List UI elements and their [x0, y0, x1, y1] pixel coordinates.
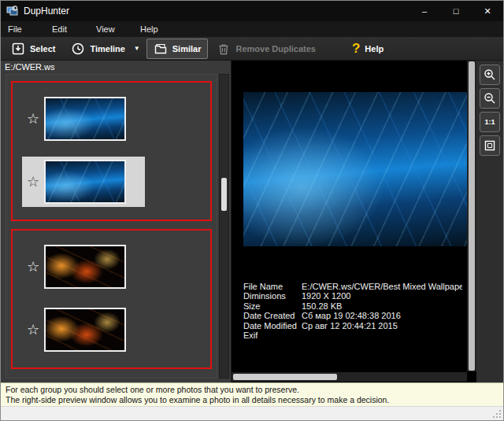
app-icon: [6, 5, 19, 17]
scrollbar-thumb[interactable]: [221, 178, 227, 211]
menu-edit[interactable]: Edit: [45, 24, 89, 34]
groups-list: ☆ ☆ ☆ ☆: [6, 74, 217, 379]
duplicate-group-2: ☆ ☆: [11, 229, 212, 369]
photo-thumbnail[interactable]: [44, 160, 126, 204]
photo-thumbnail[interactable]: [44, 245, 126, 289]
resize-grip[interactable]: [491, 408, 502, 419]
info-value: 1920 X 1200: [302, 291, 462, 301]
similar-button[interactable]: Similar: [146, 39, 209, 59]
folder-path: E:/CWER.ws: [5, 62, 231, 73]
info-value: Сб мар 19 02:48:38 2016: [302, 311, 462, 320]
photo-item[interactable]: ☆: [22, 242, 145, 292]
info-value: Ср авг 12 20:44:21 2015: [302, 321, 462, 331]
remove-duplicates-button[interactable]: Remove Duplicates: [209, 39, 322, 59]
photo-item-selected[interactable]: ☆: [22, 157, 145, 207]
star-icon[interactable]: ☆: [27, 175, 44, 189]
info-value: [302, 331, 462, 340]
groups-scrollbar[interactable]: [219, 74, 229, 379]
minimize-button[interactable]: –: [409, 1, 440, 21]
titlebar: DupHunter – □ ✕: [1, 1, 503, 21]
zoom-toolbar: 1:1: [476, 61, 503, 382]
window-controls: – □ ✕: [409, 1, 503, 21]
info-label: File Name: [243, 282, 302, 291]
preview-horizontal-scrollbar[interactable]: [232, 372, 467, 382]
photo-item[interactable]: ☆: [22, 305, 145, 355]
info-value: E:/CWER.ws/CWER/Best Mixed Wallpapers Pa…: [302, 282, 462, 291]
main-toolbar: Select Timeline ▼ Similar Remove Duplica…: [1, 37, 503, 61]
preview-panel: File NameE:/CWER.ws/CWER/Best Mixed Wall…: [231, 61, 476, 382]
timeline-button[interactable]: Timeline: [64, 39, 132, 59]
info-label: Date Created: [243, 311, 302, 320]
scrollbar-thumb[interactable]: [469, 61, 475, 371]
folder-icon: [154, 42, 168, 56]
status-bar: For each group you should select one or …: [1, 382, 503, 406]
select-label: Select: [30, 44, 55, 54]
scrollbar-thumb[interactable]: [233, 374, 337, 380]
help-label: Help: [365, 44, 384, 54]
menu-file[interactable]: File: [1, 24, 45, 34]
menubar: File Edit View Help: [1, 21, 503, 37]
info-label: Exif: [243, 331, 302, 340]
duplicate-groups-panel: E:/CWER.ws ☆ ☆ ☆: [1, 61, 231, 382]
fit-to-window-icon: [484, 139, 496, 152]
file-info: File NameE:/CWER.ws/CWER/Best Mixed Wall…: [243, 282, 462, 340]
zoom-in-button[interactable]: [480, 65, 500, 85]
zoom-fit-button[interactable]: [480, 135, 500, 156]
app-window: DupHunter – □ ✕ File Edit View Help Sele…: [0, 0, 504, 421]
star-icon[interactable]: ☆: [27, 260, 44, 274]
one-to-one-icon: 1:1: [484, 118, 495, 126]
select-button[interactable]: Select: [4, 39, 62, 59]
main-area: E:/CWER.ws ☆ ☆ ☆: [1, 61, 503, 382]
maximize-button[interactable]: □: [440, 1, 472, 21]
zoom-in-icon: [484, 68, 496, 81]
status-line-2: The right-side preview window allows you…: [6, 395, 498, 405]
trash-icon: [217, 42, 231, 56]
help-button[interactable]: ? Help: [345, 39, 391, 59]
photo-item[interactable]: ☆: [22, 94, 145, 144]
info-label: Size: [243, 301, 302, 311]
menu-help[interactable]: Help: [133, 24, 177, 34]
window-title: DupHunter: [24, 6, 69, 17]
window-bottom-edge: [1, 406, 503, 420]
timeline-label: Timeline: [90, 44, 124, 54]
status-line-1: For each group you should select one or …: [6, 385, 498, 395]
close-button[interactable]: ✕: [472, 1, 503, 21]
clock-icon: [71, 42, 85, 56]
select-icon: [11, 42, 25, 56]
zoom-out-icon: [484, 92, 496, 105]
similar-label: Similar: [172, 44, 202, 54]
zoom-out-button[interactable]: [480, 88, 500, 109]
menu-view[interactable]: View: [89, 24, 133, 34]
zoom-actual-size-button[interactable]: 1:1: [480, 112, 500, 132]
remove-duplicates-label: Remove Duplicates: [235, 44, 315, 54]
timeline-dropdown-arrow[interactable]: ▼: [134, 39, 145, 59]
preview-image[interactable]: [243, 92, 470, 246]
duplicate-group-1: ☆ ☆: [11, 81, 212, 221]
photo-thumbnail[interactable]: [44, 97, 126, 141]
star-icon[interactable]: ☆: [27, 112, 44, 126]
info-label: Diminsions: [243, 291, 302, 301]
preview-vertical-scrollbar[interactable]: [467, 61, 476, 371]
help-icon: ?: [352, 42, 360, 55]
info-value: 150.28 KB: [302, 301, 462, 311]
star-icon[interactable]: ☆: [27, 323, 44, 337]
photo-thumbnail[interactable]: [44, 308, 126, 352]
info-label: Date Modified: [243, 321, 302, 331]
